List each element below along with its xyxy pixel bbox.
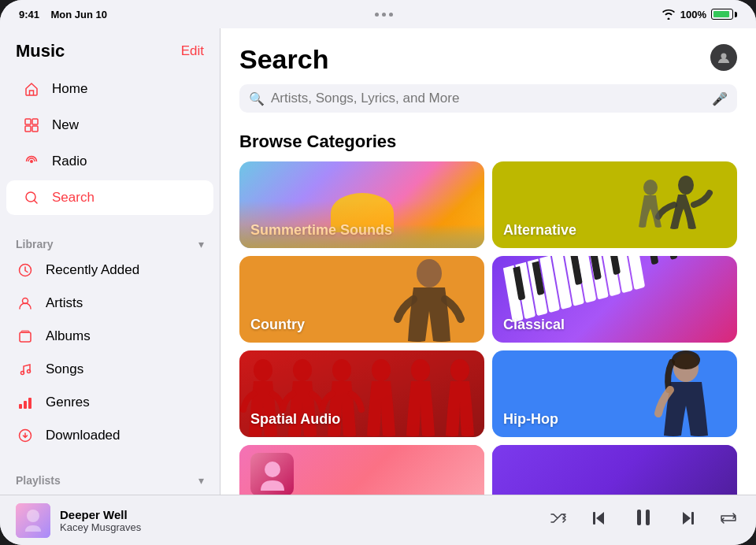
previous-button[interactable] bbox=[586, 505, 613, 536]
library-chevron-icon: ▾ bbox=[198, 238, 204, 250]
playlists-section-title: Playlists bbox=[16, 474, 61, 487]
now-playing-info: Deeper Well Kacey Musgraves bbox=[60, 508, 537, 533]
sidebar-title: Music bbox=[16, 41, 65, 61]
songs-label: Songs bbox=[46, 361, 83, 377]
sidebar-item-songs[interactable]: Songs bbox=[0, 353, 220, 386]
categories-grid: Summertime Sounds bbox=[220, 161, 756, 495]
status-bar: 9:41 Mon Jun 10 100% bbox=[0, 0, 756, 28]
sidebar-item-albums[interactable]: Albums bbox=[0, 320, 220, 353]
category-classical[interactable]: Classical bbox=[492, 256, 737, 343]
home-icon bbox=[22, 80, 41, 98]
playlists-section-header[interactable]: Playlists ▾ bbox=[0, 465, 220, 490]
repeat-button[interactable] bbox=[717, 506, 740, 534]
ipad-frame: 9:41 Mon Jun 10 100% bbox=[0, 0, 756, 545]
svg-rect-36 bbox=[593, 512, 595, 525]
status-time: 9:41 Mon Jun 10 bbox=[19, 9, 107, 20]
category-label-classical: Classical bbox=[503, 317, 565, 333]
svg-point-32 bbox=[672, 350, 700, 369]
search-bar-container: 🔍 🎤 bbox=[220, 84, 756, 125]
person-icon bbox=[16, 294, 35, 313]
sidebar-item-label: Radio bbox=[52, 154, 87, 169]
now-playing-bar: Deeper Well Kacey Musgraves bbox=[0, 495, 756, 545]
svg-point-33 bbox=[265, 462, 280, 477]
svg-rect-14 bbox=[28, 398, 32, 409]
search-input[interactable] bbox=[271, 91, 706, 106]
svg-point-35 bbox=[27, 510, 39, 522]
svg-rect-0 bbox=[25, 119, 31, 124]
svg-rect-13 bbox=[24, 401, 27, 409]
svg-rect-3 bbox=[32, 126, 38, 132]
sidebar-item-label: Search bbox=[52, 190, 94, 206]
category-label-spatial-audio: Spatial Audio bbox=[250, 411, 340, 428]
category-hiphop[interactable]: Hip-Hop bbox=[492, 350, 737, 437]
search-icon bbox=[22, 188, 41, 207]
sidebar-item-downloaded[interactable]: Downloaded bbox=[0, 419, 220, 452]
svg-rect-12 bbox=[19, 404, 22, 409]
svg-rect-1 bbox=[32, 119, 38, 124]
svg-point-11 bbox=[28, 370, 31, 373]
svg-rect-37 bbox=[637, 510, 641, 525]
status-center-dots bbox=[375, 13, 393, 17]
genres-icon bbox=[16, 393, 35, 412]
svg-rect-39 bbox=[691, 512, 694, 525]
wifi-icon bbox=[662, 9, 676, 20]
sidebar-item-artists[interactable]: Artists bbox=[0, 287, 220, 320]
edit-button[interactable]: Edit bbox=[181, 43, 204, 59]
svg-point-23 bbox=[417, 259, 442, 287]
shuffle-button[interactable] bbox=[547, 506, 570, 534]
svg-point-22 bbox=[643, 180, 658, 195]
user-avatar[interactable] bbox=[710, 44, 737, 71]
search-bar[interactable]: 🔍 🎤 bbox=[239, 84, 737, 113]
category-label-hiphop: Hip-Hop bbox=[503, 411, 558, 428]
app-content: Music Edit Home bbox=[0, 28, 756, 495]
svg-point-20 bbox=[721, 54, 727, 59]
library-section-header[interactable]: Library ▾ bbox=[0, 228, 220, 254]
sidebar-item-recently-added[interactable]: Recently Added bbox=[0, 254, 220, 287]
genres-label: Genres bbox=[46, 395, 90, 410]
now-playing-controls bbox=[547, 502, 740, 538]
sidebar-nav-radio[interactable]: Radio bbox=[6, 144, 213, 179]
category-summertime[interactable]: Summertime Sounds bbox=[239, 161, 484, 248]
category-alternative[interactable]: Alternative bbox=[492, 161, 737, 248]
svg-point-10 bbox=[21, 372, 24, 375]
svg-rect-2 bbox=[25, 126, 31, 132]
svg-rect-38 bbox=[646, 510, 650, 525]
sidebar-nav-search[interactable]: Search bbox=[6, 180, 213, 215]
albums-label: Albums bbox=[46, 328, 91, 344]
sidebar-header: Music Edit bbox=[0, 28, 220, 71]
category-spatial-audio[interactable]: Spatial Audio bbox=[239, 350, 484, 437]
category-label-summertime: Summertime Sounds bbox=[250, 222, 392, 239]
sidebar-nav-home[interactable]: Home bbox=[6, 72, 213, 106]
category-label-country: Country bbox=[250, 317, 305, 333]
sidebar-item-genres[interactable]: Genres bbox=[0, 386, 220, 419]
content-header: Search bbox=[220, 28, 756, 84]
category-country[interactable]: Country bbox=[239, 256, 484, 343]
page-title: Search bbox=[239, 44, 328, 75]
library-section-title: Library bbox=[16, 238, 53, 250]
svg-point-21 bbox=[678, 176, 694, 195]
radio-icon bbox=[22, 152, 41, 171]
sidebar-nav-new[interactable]: New bbox=[6, 108, 213, 143]
pause-button[interactable] bbox=[628, 502, 658, 538]
downloaded-label: Downloaded bbox=[46, 428, 120, 443]
svg-rect-8 bbox=[20, 332, 31, 342]
category-last-right[interactable] bbox=[492, 445, 737, 495]
dot2 bbox=[382, 13, 386, 17]
sidebar: Music Edit Home bbox=[0, 28, 220, 495]
category-last-left[interactable] bbox=[239, 445, 484, 495]
new-icon bbox=[22, 116, 41, 135]
dot3 bbox=[389, 13, 393, 17]
search-bar-icon: 🔍 bbox=[249, 91, 265, 106]
sidebar-item-label: New bbox=[52, 117, 79, 133]
now-playing-artist: Kacey Musgraves bbox=[60, 521, 537, 533]
recently-added-label: Recently Added bbox=[46, 262, 139, 278]
now-playing-artwork bbox=[16, 503, 50, 538]
main-content: Search 🔍 🎤 Browse Categories bbox=[220, 28, 756, 495]
next-button[interactable] bbox=[674, 505, 701, 536]
svg-rect-9 bbox=[21, 331, 29, 332]
mic-icon[interactable]: 🎤 bbox=[712, 91, 728, 106]
battery-percent: 100% bbox=[680, 9, 706, 20]
now-playing-title: Deeper Well bbox=[60, 508, 537, 521]
clock-icon bbox=[16, 261, 35, 280]
albums-icon bbox=[16, 327, 35, 346]
